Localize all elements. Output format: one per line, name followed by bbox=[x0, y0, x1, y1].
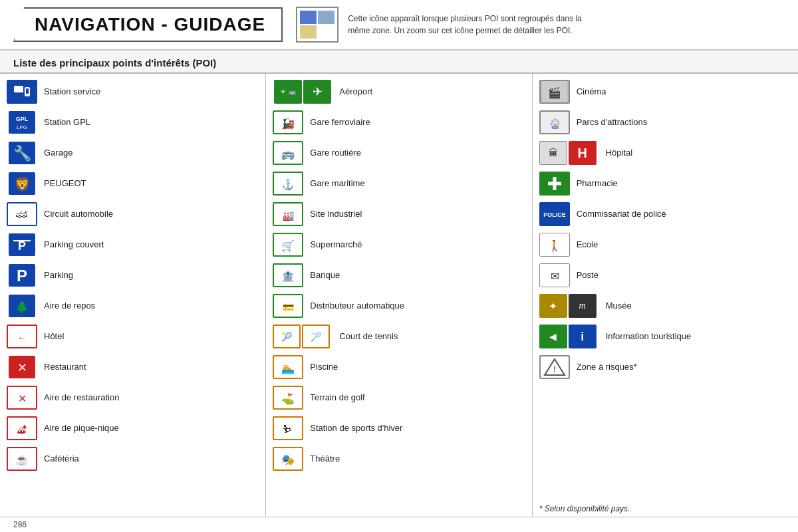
svg-text:🦁: 🦁 bbox=[14, 176, 31, 192]
poi-label: Poste bbox=[577, 270, 598, 281]
poi-label: Gare routière bbox=[310, 148, 361, 159]
list-item: 🏕 Aire de pique-nique bbox=[7, 416, 259, 441]
piscine-icon: 🏊 bbox=[273, 355, 303, 379]
poi-label: Piscine bbox=[310, 362, 338, 373]
list-item: 🏛 H Hôpital bbox=[539, 140, 791, 166]
poi-label: Théâtre bbox=[310, 454, 340, 465]
list-item: ✉ Poste bbox=[539, 263, 791, 288]
tennis-icon: 🎾 🏸 bbox=[273, 325, 332, 348]
svg-text:🌲: 🌲 bbox=[15, 301, 29, 313]
list-item: ⛳ Terrain de golf bbox=[273, 385, 525, 410]
poi-label: Hôpital bbox=[606, 148, 632, 159]
theatre-icon: 🎭 bbox=[273, 447, 303, 471]
svg-text:P: P bbox=[17, 267, 27, 285]
svg-text:GPL: GPL bbox=[16, 116, 29, 122]
list-item: 🎭 Théâtre bbox=[273, 446, 525, 471]
list-item: 🦁 PEUGEOT bbox=[7, 171, 259, 196]
banque-icon: 🏦 bbox=[273, 263, 303, 287]
info-touristique-icon: ◀ i bbox=[539, 325, 599, 348]
page-number: 286 bbox=[13, 520, 27, 529]
svg-text:🏦: 🏦 bbox=[281, 270, 295, 283]
musee-icon: ✦ m bbox=[539, 294, 599, 318]
cluster-icon bbox=[296, 7, 338, 43]
gpl-icon: GPL LPG bbox=[7, 110, 37, 134]
list-item: 💳 Distributeur automatique bbox=[273, 293, 525, 319]
restaurant-icon: ✕ bbox=[7, 355, 37, 379]
poi-label: Distributeur automatique bbox=[310, 301, 404, 312]
site-industriel-icon: 🏭 bbox=[273, 202, 303, 226]
header-description: Cette icône apparaît lorsque plusieurs P… bbox=[348, 13, 600, 37]
list-item: 🛒 Supermarché bbox=[273, 232, 525, 257]
poi-label: Aire de pique-nique bbox=[44, 423, 119, 434]
list-item: ✕ Aire de restauration bbox=[7, 385, 259, 410]
list-item: 🎬 Cinéma bbox=[539, 79, 791, 104]
poi-label: Aéroport bbox=[339, 86, 372, 98]
section-title: Liste des principaux points d'intérêts (… bbox=[0, 51, 798, 73]
svg-text:🚂: 🚂 bbox=[281, 117, 295, 130]
poi-label: Station GPL bbox=[44, 117, 90, 128]
chapter-title-box: NAVIGATION - GUIDAGE bbox=[13, 7, 283, 42]
parking-couvert-icon: P bbox=[7, 233, 37, 257]
garage-icon: 🔧 bbox=[7, 141, 37, 165]
col3: 🎬 Cinéma 🎡 Parcs d'attractions 🏛 H Hôpit… bbox=[533, 74, 798, 519]
poi-label: Cinéma bbox=[577, 86, 606, 98]
distributeur-icon: 💳 bbox=[273, 294, 303, 318]
svg-text:←: ← bbox=[17, 332, 27, 343]
footnote-area: * Selon disponibilité pays. bbox=[539, 497, 791, 513]
zone-risques-icon: ! bbox=[539, 355, 570, 379]
page-header: NAVIGATION - GUIDAGE Cette icône apparaî… bbox=[0, 0, 798, 51]
poi-label: Parking couvert bbox=[44, 239, 104, 251]
aeroport-icon: ✈🚌 ✈ bbox=[273, 80, 332, 104]
aire-repos-icon: 🌲 bbox=[7, 294, 37, 318]
gare-maritime-icon: ⚓ bbox=[273, 172, 303, 196]
poi-label: Banque bbox=[310, 270, 340, 281]
svg-text:☕: ☕ bbox=[15, 454, 29, 466]
svg-rect-1 bbox=[14, 86, 23, 92]
cafeteria-icon: ☕ bbox=[7, 447, 37, 471]
svg-text:🏭: 🏭 bbox=[283, 210, 295, 221]
supermarche-icon: 🛒 bbox=[273, 233, 303, 257]
poi-label: Pharmacie bbox=[577, 178, 618, 190]
svg-text:⛳: ⛳ bbox=[281, 392, 295, 405]
list-item: P Parking couvert bbox=[7, 232, 259, 257]
svg-text:🚌: 🚌 bbox=[281, 148, 295, 160]
poi-label: Gare maritime bbox=[310, 178, 364, 190]
list-item: ← Hôtel bbox=[7, 324, 259, 349]
list-item: 🎾 🏸 Court de tennis bbox=[273, 324, 525, 349]
poi-label: Site industriel bbox=[310, 209, 362, 220]
poi-label: Commissariat de police bbox=[577, 209, 666, 220]
aire-restauration-icon: ✕ bbox=[7, 386, 37, 410]
icon-cell-green bbox=[318, 11, 334, 24]
list-item: 🔧 Garage bbox=[7, 140, 259, 166]
list-item: 🎡 Parcs d'attractions bbox=[539, 110, 791, 135]
poi-label: Circuit automobile bbox=[44, 209, 113, 220]
pharmacie-icon bbox=[539, 172, 570, 196]
svg-text:🎡: 🎡 bbox=[549, 118, 561, 130]
poi-label: Parcs d'attractions bbox=[577, 117, 648, 128]
circuit-icon: 🏎 bbox=[7, 202, 37, 226]
sports-hiver-icon: ⛷ bbox=[273, 416, 303, 440]
list-item: ☕ Cafétéria bbox=[7, 446, 259, 471]
list-item: 🏊 Piscine bbox=[273, 354, 525, 380]
pique-nique-icon: 🏕 bbox=[7, 416, 37, 440]
svg-text:🏎: 🏎 bbox=[16, 207, 28, 221]
ecole-icon: 🚶 bbox=[539, 233, 570, 257]
svg-text:!: ! bbox=[553, 365, 556, 374]
svg-text:🏊: 🏊 bbox=[281, 362, 295, 374]
list-item: ⚓ Gare maritime bbox=[273, 171, 525, 196]
svg-text:🔧: 🔧 bbox=[13, 144, 32, 162]
parking-icon: P bbox=[7, 263, 37, 287]
list-item: P Parking bbox=[7, 263, 259, 288]
svg-text:🎭: 🎭 bbox=[281, 454, 295, 466]
icon-cell-yellow bbox=[300, 25, 317, 39]
list-item: POLICE Commissariat de police bbox=[539, 201, 791, 227]
poi-label: Information touristique bbox=[606, 331, 692, 342]
poi-label: Terrain de golf bbox=[310, 392, 364, 404]
poi-label: Ecole bbox=[577, 239, 598, 251]
content-area: Station service GPL LPG Station GPL 🔧 G bbox=[0, 73, 798, 519]
col1: Station service GPL LPG Station GPL 🔧 G bbox=[0, 74, 266, 519]
list-item: ✦ m Musée bbox=[539, 293, 791, 319]
section-title-text: Liste des principaux points d'intérêts (… bbox=[13, 57, 216, 68]
list-item: Pharmacie bbox=[539, 171, 791, 196]
list-item: 🚂 Gare ferroviaire bbox=[273, 110, 525, 135]
